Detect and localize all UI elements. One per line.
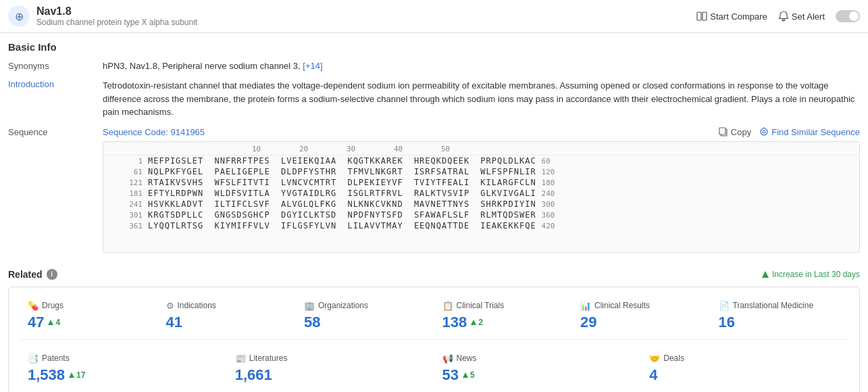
compare-icon [696, 11, 707, 22]
related-header: Related i Increase in Last 30 days [8, 269, 860, 280]
card-label: 📊 Clinical Results [580, 301, 703, 311]
card-number: 1,661 [235, 366, 272, 384]
related-card[interactable]: 📰 Literatures 1,661 [227, 348, 434, 389]
related-card[interactable]: 📊 Clinical Results 29 [572, 295, 711, 337]
header-right: Start Compare Set Alert [696, 10, 860, 22]
card-icon: 🏢 [304, 301, 315, 311]
alert-icon [778, 11, 789, 22]
card-value: 1,661 [235, 366, 426, 384]
introduction-label: Introduction [8, 79, 103, 119]
seq-line-end: 360 [542, 211, 555, 220]
card-label: 📄 Translational Medicine [719, 301, 841, 311]
card-label: 🤝 Deals [649, 353, 840, 364]
svg-point-4 [761, 128, 767, 135]
seq-line-start: 121 [109, 178, 143, 187]
sequence-row: Sequence Sequence Code: 9141965 Copy Fin… [8, 127, 860, 253]
set-alert-button[interactable]: Set Alert [778, 11, 825, 22]
related-card[interactable]: 📢 News 53 5 [434, 348, 642, 389]
card-number: 16 [719, 314, 735, 331]
card-icon: 📰 [235, 353, 246, 364]
protein-subtitle: Sodium channel protein type X alpha subu… [36, 18, 197, 27]
card-label: ⚙ Indications [166, 301, 288, 311]
seq-line-data: NQLPKFYGEL PAELIGEPLE DLDPFYSTHR TFMVLNK… [148, 167, 536, 176]
protein-title: Nav1.8 [36, 5, 197, 18]
sequence-code-link[interactable]: Sequence Code: 9141965 [103, 127, 205, 137]
basic-info-section: Basic Info Synonyms hPN3, Nav1.8, Periph… [0, 33, 868, 253]
card-label: 💊 Drugs [28, 301, 150, 311]
card-icon: 📋 [442, 301, 453, 311]
related-info-icon[interactable]: i [47, 269, 57, 280]
svg-rect-0 [697, 12, 701, 20]
related-card[interactable]: ⚙ Indications 41 [158, 295, 297, 337]
card-increase-icon [68, 372, 75, 378]
card-label-text: Indications [178, 301, 216, 310]
related-card[interactable]: 🤝 Deals 4 [641, 348, 848, 389]
card-label-text: News [457, 353, 477, 363]
seq-line-end: 300 [542, 200, 555, 209]
card-label-text: Translational Medicine [733, 301, 814, 310]
seq-line-start: 301 [109, 211, 143, 220]
card-value: 16 [719, 314, 841, 331]
sequence-line: 61 NQLPKFYGEL PAELIGEPLE DLDPFYSTHR TFMV… [103, 166, 859, 177]
card-icon: 📑 [28, 353, 39, 364]
header-title-block: Nav1.8 Sodium channel protein type X alp… [36, 5, 197, 27]
seq-line-start: 181 [109, 189, 143, 198]
header-left: ⊕ Nav1.8 Sodium channel protein type X a… [8, 5, 197, 27]
sequence-box[interactable]: 10 20 30 40 50 1 MEFPIGSLET NNFRRFTPES L… [103, 141, 860, 253]
card-value: 138 2 [442, 314, 565, 331]
sequence-label: Sequence [8, 127, 103, 253]
related-card[interactable]: 📄 Translational Medicine 16 [711, 295, 849, 337]
introduction-value: Tetrodotoxin-resistant channel that medi… [103, 79, 860, 119]
svg-rect-1 [703, 12, 707, 20]
card-number: 29 [580, 314, 596, 331]
related-card[interactable]: 💊 Drugs 47 4 [20, 295, 158, 337]
synonyms-more-link[interactable]: [+14] [303, 61, 322, 71]
card-label-text: Literatures [249, 353, 288, 363]
sequence-line: 301 KRGTSDPLLC GNGSDSGHCP DGYICLKTSD NPD… [103, 210, 859, 220]
seq-line-data: RTAIKVSVHS WFSLFITVTI LVNCVCMTRT DLPEKIE… [148, 178, 536, 187]
seq-line-end: 420 [542, 222, 555, 230]
find-similar-icon [759, 127, 769, 137]
card-label-text: Clinical Trials [457, 301, 505, 310]
card-value: 47 4 [28, 314, 150, 331]
card-value: 1,538 17 [28, 366, 219, 384]
card-increase-icon [47, 319, 54, 326]
increase-label: Increase in Last 30 days [761, 270, 860, 279]
card-icon: 📄 [719, 301, 730, 311]
sequence-line: 361 LYQQTLRTSG KIYMIFFVLV IFLGSFYLVN LIL… [103, 220, 859, 231]
card-number: 41 [166, 314, 182, 331]
toggle-knob [849, 11, 859, 21]
card-increase-icon [462, 372, 469, 378]
start-compare-label: Start Compare [710, 11, 767, 22]
alert-toggle[interactable] [836, 10, 860, 22]
sequence-content: Sequence Code: 9141965 Copy Find Similar… [103, 127, 860, 253]
copy-button[interactable]: Copy [719, 127, 751, 137]
related-section: Related i Increase in Last 30 days 💊 Dru… [0, 261, 868, 393]
find-similar-button[interactable]: Find Similar Sequence [759, 127, 860, 137]
sequence-header: Sequence Code: 9141965 Copy Find Similar… [103, 127, 860, 137]
protein-icon: ⊕ [8, 5, 30, 27]
synonyms-value: hPN3, Nav1.8, Peripheral nerve sodium ch… [103, 61, 860, 71]
svg-point-5 [763, 130, 765, 133]
related-card[interactable]: 🏢 Organizations 58 [296, 295, 434, 337]
card-value: 29 [580, 314, 703, 331]
start-compare-button[interactable]: Start Compare [696, 11, 767, 22]
seq-line-start: 1 [109, 157, 143, 166]
seq-line-data: EFTYLRDPWN WLDFSVITLA YVGTAIDLRG ISGLRTF… [148, 189, 536, 198]
card-number: 4 [649, 366, 657, 384]
card-label: 📑 Patents [28, 353, 219, 364]
card-icon: 📊 [580, 301, 591, 311]
seq-line-start: 361 [109, 222, 143, 230]
card-number: 58 [304, 314, 320, 331]
set-alert-label: Set Alert [792, 11, 825, 22]
card-value: 4 [649, 366, 840, 384]
card-increase: 4 [47, 318, 60, 327]
app-header: ⊕ Nav1.8 Sodium channel protein type X a… [0, 0, 868, 33]
seq-line-start: 241 [109, 200, 143, 209]
related-card[interactable]: 📑 Patents 1,538 17 [20, 348, 227, 389]
card-label-text: Organizations [318, 301, 368, 310]
sequence-actions: Copy Find Similar Sequence [719, 127, 860, 137]
related-card[interactable]: 📋 Clinical Trials 138 2 [434, 295, 573, 337]
increase-icon [761, 270, 769, 278]
card-label: 📢 News [442, 353, 634, 364]
